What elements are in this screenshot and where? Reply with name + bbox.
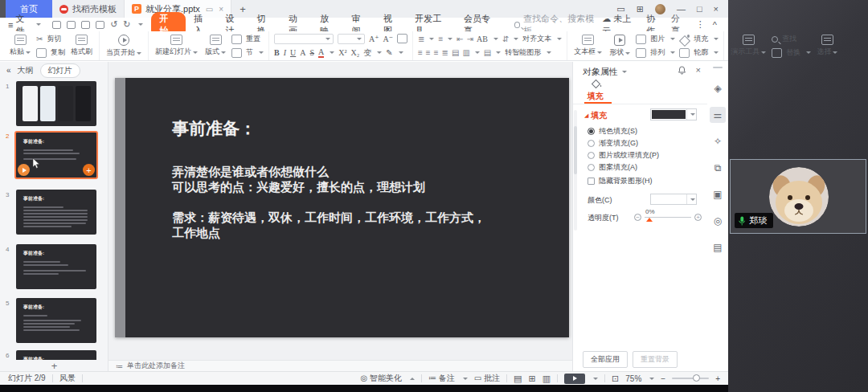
- strip-handle[interactable]: [713, 67, 723, 68]
- arrange-button[interactable]: 排列: [636, 47, 675, 58]
- notes-bar[interactable]: ≔ 单击此处添加备注: [108, 360, 572, 371]
- object-properties-icon[interactable]: ⚌: [710, 107, 726, 123]
- option-solid-fill[interactable]: 纯色填充(S): [588, 126, 637, 137]
- color-dropdown[interactable]: [650, 194, 697, 205]
- thumb-play-button[interactable]: [18, 164, 30, 176]
- font-color-button[interactable]: A: [318, 47, 324, 58]
- smart-beautify-button[interactable]: ◎ 智能美化: [361, 373, 403, 384]
- textbox-button[interactable]: 文本框: [572, 35, 604, 57]
- bullets-icon[interactable]: ≣: [418, 35, 424, 43]
- play-from-current-button[interactable]: 当页开始: [104, 35, 143, 58]
- paste-button[interactable]: 粘贴: [8, 35, 32, 57]
- find-button[interactable]: 查找: [772, 34, 811, 44]
- slide-title[interactable]: 事前准备：: [172, 118, 256, 139]
- increase-indent-icon[interactable]: ⇥: [467, 35, 473, 43]
- shadow-button[interactable]: A: [300, 48, 305, 57]
- text-direction-icon[interactable]: AB: [477, 35, 488, 43]
- transparency-slider[interactable]: − 0% +: [634, 211, 702, 223]
- cut-button[interactable]: ✂剪切: [36, 34, 65, 44]
- line-spacing-icon[interactable]: ⇵: [502, 35, 508, 43]
- save-icon[interactable]: [52, 21, 61, 29]
- add-slide-button[interactable]: +: [0, 360, 108, 371]
- tab-slides[interactable]: 幻灯片: [40, 63, 80, 78]
- smart-beautify-icon[interactable]: ✧: [710, 133, 726, 149]
- italic-button[interactable]: I: [284, 48, 286, 57]
- font-name-combo[interactable]: [274, 34, 334, 44]
- option-hide-background[interactable]: 隐藏背景图形(H): [588, 176, 653, 186]
- present-tools-button[interactable]: 演示工具: [729, 35, 768, 57]
- align-left-icon[interactable]: ≡: [418, 48, 422, 57]
- thumb-add-button[interactable]: +: [83, 164, 95, 176]
- caret-icon[interactable]: [622, 71, 627, 73]
- panel-close-icon[interactable]: ×: [696, 65, 701, 75]
- align-center-icon[interactable]: ≡: [426, 48, 430, 57]
- location-icon[interactable]: ◎: [710, 213, 726, 229]
- slide-thumbnail-4[interactable]: 事前准备:: [16, 244, 96, 289]
- more-icon[interactable]: ⋮: [696, 19, 705, 30]
- columns-icon[interactable]: ▥: [462, 48, 469, 57]
- font-size-combo[interactable]: [338, 34, 365, 44]
- option-pattern-fill[interactable]: 图案填充(A): [588, 162, 637, 173]
- bold-button[interactable]: B: [274, 48, 280, 57]
- replace-button[interactable]: 替换: [772, 47, 811, 58]
- image-tools-icon[interactable]: ▣: [710, 186, 726, 202]
- increase-font-icon[interactable]: A⁺: [369, 35, 379, 43]
- zoom-level[interactable]: 75%: [625, 374, 641, 383]
- text-effect-button[interactable]: 变: [363, 47, 371, 59]
- fill-color-swatch[interactable]: [650, 108, 697, 120]
- tab-outline[interactable]: 大纲: [18, 65, 34, 76]
- strikethrough-button[interactable]: S: [309, 48, 314, 57]
- current-slide[interactable]: 事前准备： 弄清楚你是谁或者你想做什么 可以思考的点：兴趣爱好，擅长的点，理想计…: [115, 78, 569, 337]
- align-right-icon[interactable]: ≡: [434, 48, 438, 57]
- distribute-icon[interactable]: ▤: [452, 48, 458, 57]
- new-slide-button[interactable]: 新建幻灯片: [154, 35, 199, 57]
- justify-icon[interactable]: ≣: [442, 48, 448, 57]
- decrease-indent-icon[interactable]: ⇤: [457, 35, 462, 43]
- indent-list-icon[interactable]: ▤: [484, 48, 490, 57]
- copy-button[interactable]: 复制: [36, 47, 65, 58]
- underline-button[interactable]: U: [290, 48, 296, 57]
- preview-icon[interactable]: [96, 21, 104, 29]
- tab-template-store[interactable]: 找稻壳模板: [52, 0, 124, 18]
- option-gradient-fill[interactable]: 渐变填充(G): [588, 138, 638, 149]
- section-button[interactable]: 节: [231, 47, 264, 58]
- normal-view-icon[interactable]: ▤: [514, 374, 522, 384]
- format-painter-button[interactable]: 格式刷: [69, 35, 94, 57]
- caret-icon[interactable]: [138, 23, 143, 26]
- notebook-icon[interactable]: ▤: [710, 239, 726, 255]
- subscript-button[interactable]: X₂: [351, 48, 360, 57]
- meeting-participant-tile[interactable]: 郑琰: [730, 159, 866, 234]
- fit-slide-icon[interactable]: ⊡: [612, 374, 619, 384]
- docer-resources-icon[interactable]: ◈: [710, 80, 726, 96]
- slideshow-play-button[interactable]: [564, 374, 585, 384]
- fill-button[interactable]: 填充: [679, 34, 719, 44]
- bell-icon[interactable]: [678, 66, 686, 75]
- notes-toggle-button[interactable]: ≔ 备注: [428, 373, 455, 384]
- picture-button[interactable]: 图片: [636, 34, 675, 44]
- to-smartart-button[interactable]: 转智能图形: [505, 47, 541, 58]
- collapse-pane-icon[interactable]: «: [6, 66, 11, 75]
- slide-thumbnail-2-selected[interactable]: 事前准备: +: [14, 131, 98, 179]
- zoom-in-icon[interactable]: +: [715, 374, 720, 383]
- slide-body-text[interactable]: 弄清楚你是谁或者你想做什么 可以思考的点：兴趣爱好，擅长的点，理想计划 需求：薪…: [172, 165, 485, 241]
- undo-icon[interactable]: ↺: [110, 19, 117, 30]
- align-text-button[interactable]: 对齐文本: [522, 34, 551, 44]
- theme-name[interactable]: 风景: [59, 373, 76, 384]
- slide-thumbnail-1[interactable]: [16, 81, 96, 126]
- layout-button[interactable]: 版式: [203, 35, 227, 57]
- slide-sorter-icon[interactable]: ⊞: [528, 374, 535, 384]
- export-icon[interactable]: [67, 21, 76, 29]
- slide-canvas[interactable]: 事前准备： 弄清楚你是谁或者你想做什么 可以思考的点：兴趣爱好，擅长的点，理想计…: [108, 62, 572, 360]
- select-button[interactable]: 选择: [815, 35, 839, 57]
- clear-format-icon[interactable]: [397, 34, 407, 43]
- outline-button[interactable]: 轮廓: [679, 47, 719, 58]
- duplicate-pane-icon[interactable]: ⧉: [710, 160, 726, 176]
- comments-button[interactable]: ▭ 批注: [474, 373, 500, 384]
- slider-thumb[interactable]: [646, 218, 653, 222]
- reset-button[interactable]: 重置: [231, 34, 264, 44]
- increase-icon[interactable]: +: [694, 214, 702, 221]
- redo-icon[interactable]: ↻: [123, 19, 130, 30]
- print-icon[interactable]: [81, 21, 90, 29]
- zoom-slider[interactable]: [672, 378, 709, 379]
- decrease-font-icon[interactable]: A⁻: [383, 35, 394, 43]
